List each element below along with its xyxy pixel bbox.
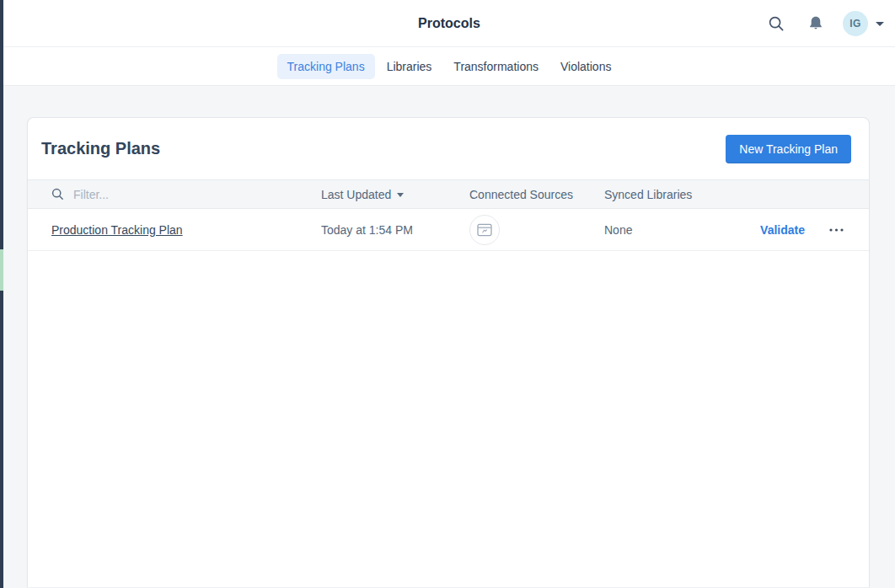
tab-tracking-plans[interactable]: Tracking Plans (277, 54, 375, 79)
synced-libraries-cell: None (604, 223, 760, 237)
tab-libraries[interactable]: Libraries (377, 54, 442, 79)
page-title: Protocols (3, 0, 895, 47)
top-bar-actions: IG (768, 0, 884, 47)
tab-transformations[interactable]: Transformations (443, 54, 549, 79)
notifications-button[interactable] (807, 15, 824, 32)
bell-icon (807, 15, 824, 32)
search-button[interactable] (768, 15, 785, 32)
card-header: Tracking Plans New Tracking Plan (28, 118, 869, 179)
caret-down-icon (397, 193, 404, 197)
ellipsis-icon (829, 228, 844, 232)
column-header-connected-sources: Connected Sources (469, 188, 604, 201)
new-tracking-plan-button[interactable]: New Tracking Plan (726, 135, 851, 163)
filter-input[interactable] (72, 187, 257, 202)
column-header-last-updated: Last Updated (321, 188, 469, 201)
last-updated-cell: Today at 1:54 PM (321, 223, 469, 237)
filter-column-header (51, 187, 321, 202)
tracking-plans-card: Tracking Plans New Tracking Plan (27, 117, 870, 587)
row-menu-button[interactable] (828, 227, 845, 233)
connected-sources-cell (469, 215, 604, 245)
avatar[interactable]: IG (843, 11, 868, 36)
app-root: Protocols IG (3, 0, 895, 587)
tracking-plan-link[interactable]: Production Tracking Plan (51, 223, 183, 237)
top-bar: Protocols IG (3, 0, 895, 47)
browser-window-icon (477, 223, 492, 237)
underlying-nav-strip (0, 0, 3, 588)
connected-source-badge[interactable] (469, 215, 500, 245)
column-header-synced-libraries: Synced Libraries (604, 188, 845, 201)
chevron-down-icon[interactable] (876, 22, 884, 26)
search-icon (768, 15, 785, 32)
tab-violations[interactable]: Violations (550, 54, 621, 79)
row-actions: Validate (760, 223, 845, 237)
validate-button[interactable]: Validate (760, 223, 805, 237)
last-updated-label: Last Updated (321, 188, 391, 201)
tab-bar: Tracking Plans Libraries Transformations… (3, 47, 895, 86)
table-row: Production Tracking Plan Today at 1:54 P… (28, 209, 869, 251)
underlying-nav-green-segment (0, 249, 3, 291)
sort-last-updated[interactable]: Last Updated (321, 188, 404, 201)
filter-search-icon (51, 188, 64, 200)
table-header-row: Last Updated Connected Sources Synced Li… (28, 179, 869, 209)
card-heading: Tracking Plans (41, 139, 160, 158)
